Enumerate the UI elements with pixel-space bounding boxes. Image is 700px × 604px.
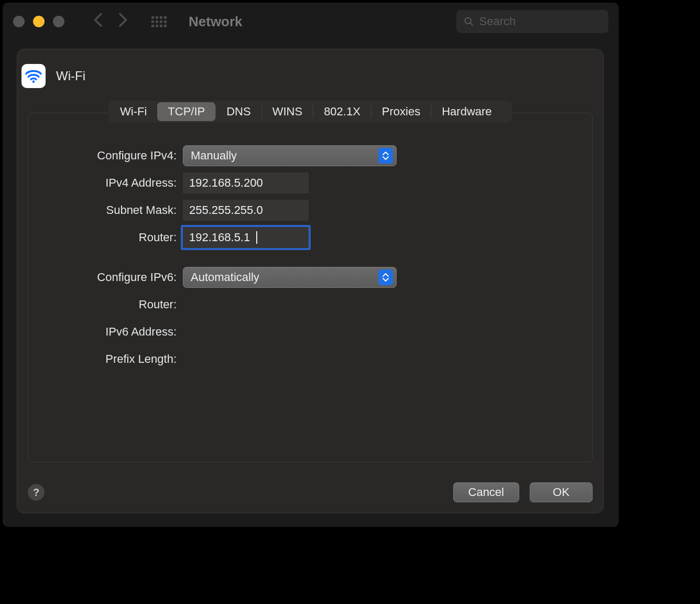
svg-line-1 xyxy=(470,23,473,25)
preferences-window: Network Wi-Fi Wi-Fi TCP/IP xyxy=(3,3,619,527)
text-caret xyxy=(256,231,257,244)
wifi-icon xyxy=(21,64,46,88)
ipv6-address-label: IPv6 Address: xyxy=(49,325,183,339)
cancel-button[interactable]: Cancel xyxy=(453,482,519,502)
back-button[interactable] xyxy=(94,13,103,30)
titlebar: Network xyxy=(3,3,619,40)
tab-hardware[interactable]: Hardware xyxy=(431,102,502,121)
subnet-mask-label: Subnet Mask: xyxy=(49,203,183,217)
configure-ipv6-label: Configure IPv6: xyxy=(49,271,183,284)
ipv4-address-label: IPv4 Address: xyxy=(49,176,183,190)
search-field[interactable] xyxy=(456,10,608,33)
close-window-button[interactable] xyxy=(13,16,25,27)
tab-tcpip[interactable]: TCP/IP xyxy=(157,102,215,121)
search-icon xyxy=(464,16,474,27)
settings-sheet: Wi-Fi Wi-Fi TCP/IP DNS WINS 802.1X Proxi… xyxy=(17,49,604,513)
chevron-right-icon xyxy=(118,13,127,27)
forward-button[interactable] xyxy=(118,13,127,30)
content-frame: Configure IPv4: Manually IPv4 Address: S… xyxy=(28,113,593,462)
show-all-button[interactable] xyxy=(151,16,167,27)
sheet-header: Wi-Fi xyxy=(17,49,603,88)
configure-ipv4-dropdown[interactable]: Manually xyxy=(183,145,397,166)
tab-proxies[interactable]: Proxies xyxy=(371,102,431,121)
ipv4-address-input[interactable] xyxy=(183,172,309,193)
tab-bar: Wi-Fi TCP/IP DNS WINS 802.1X Proxies Har… xyxy=(108,101,512,123)
zoom-window-button[interactable] xyxy=(53,16,64,27)
configure-ipv6-dropdown[interactable]: Automatically xyxy=(183,267,397,288)
configure-ipv4-label: Configure IPv4: xyxy=(49,149,183,163)
minimize-window-button[interactable] xyxy=(33,16,45,27)
updown-icon xyxy=(378,148,393,164)
updown-icon xyxy=(378,269,393,285)
prefix-length-label: Prefix Length: xyxy=(49,352,183,366)
search-input[interactable] xyxy=(479,15,601,28)
tab-dns[interactable]: DNS xyxy=(216,102,261,121)
window-title: Network xyxy=(189,14,243,30)
chevron-left-icon xyxy=(94,13,103,27)
sheet-footer: ? Cancel OK xyxy=(28,482,593,502)
svg-point-2 xyxy=(32,80,35,83)
ok-button[interactable]: OK xyxy=(530,482,593,502)
ipv6-router-label: Router: xyxy=(49,298,183,311)
tab-wins[interactable]: WINS xyxy=(262,102,313,121)
sheet-title: Wi-Fi xyxy=(56,69,85,83)
traffic-lights xyxy=(13,16,64,27)
help-button[interactable]: ? xyxy=(28,484,45,501)
configure-ipv4-value: Manually xyxy=(191,149,237,163)
ipv4-router-input[interactable] xyxy=(183,227,309,248)
tab-8021x[interactable]: 802.1X xyxy=(313,102,371,121)
configure-ipv6-value: Automatically xyxy=(191,271,259,284)
ipv4-router-label: Router: xyxy=(49,231,183,244)
nav-arrows xyxy=(94,13,127,30)
tab-wifi[interactable]: Wi-Fi xyxy=(110,102,157,121)
subnet-mask-input[interactable] xyxy=(183,200,309,221)
